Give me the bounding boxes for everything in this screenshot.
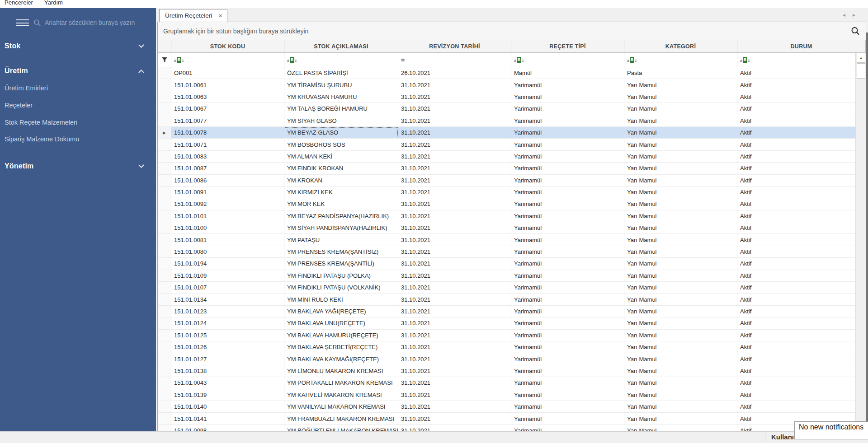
grid-cell[interactable]: 151.01.0092 <box>171 198 284 210</box>
menu-pencereler[interactable]: Pencereler <box>5 0 33 7</box>
grid-cell[interactable]: 31.10.2021 <box>398 139 511 150</box>
grid-cell[interactable]: 151.01.0127 <box>171 353 284 365</box>
table-row[interactable]: 151.01.0139YM KAHVELİ MAKARON KREMASI31.… <box>158 389 856 401</box>
grid-cell[interactable]: 31.10.2021 <box>398 341 511 353</box>
grid-cell[interactable]: Yarı Mamul <box>624 222 737 234</box>
grid-cell[interactable]: YM SİYAH PANDİSPANYA(HAZIRLIK) <box>284 222 398 234</box>
grid-cell[interactable]: 31.10.2021 <box>398 91 511 103</box>
grid-cell[interactable]: Yarı Mamul <box>624 353 737 365</box>
grid-cell[interactable]: Mamül <box>511 67 624 79</box>
grid-cell[interactable]: Yarı Mamul <box>624 151 737 163</box>
grid-cell[interactable]: Aktif <box>737 175 856 187</box>
grid-cell[interactable]: 31.10.2021 <box>398 377 511 389</box>
grid-search-icon[interactable] <box>850 26 860 36</box>
grid-cell[interactable]: Yarimamül <box>511 79 624 91</box>
grid-cell[interactable]: Yarimamül <box>511 353 624 365</box>
grid-cell[interactable]: 31.10.2021 <box>398 222 511 234</box>
table-row[interactable]: 151.01.0080YM PRENSES KREMA(ŞANTİSİZ)31.… <box>158 246 856 258</box>
grid-cell[interactable]: 31.10.2021 <box>398 317 511 329</box>
grid-cell[interactable]: 31.10.2021 <box>398 389 511 401</box>
grid-cell[interactable]: Aktif <box>737 139 856 150</box>
grid-cell[interactable]: 151.01.0091 <box>171 187 284 198</box>
table-row[interactable]: 151.01.0098YM BÖĞÜRTLENLİ MAKARON KREMAS… <box>158 425 856 431</box>
sidebar-search-input[interactable]: Anahtar sözcükleri buraya yazın <box>33 17 150 28</box>
grid-cell[interactable]: Yarı Mamul <box>624 377 737 389</box>
grid-cell[interactable]: 151.01.0124 <box>171 317 284 329</box>
sidebar-section-stok[interactable]: Stok <box>5 41 150 51</box>
grid-cell[interactable]: YM PATAŞU <box>284 234 398 246</box>
grid-cell[interactable]: 31.10.2021 <box>398 127 511 139</box>
grid-cell[interactable]: Yarı Mamul <box>624 187 737 198</box>
grid-cell[interactable]: Yarimamül <box>511 365 624 377</box>
filter-button-cell[interactable] <box>158 53 171 67</box>
grid-cell[interactable]: YM VANİLYALI MAKARON KREMASI <box>284 401 398 413</box>
grid-cell[interactable]: YM FRAMBUAZLI MAKARON KREMASI <box>284 413 398 424</box>
table-row[interactable]: 151.01.0124YM BAKLAVA UNU(REÇETE)31.10.2… <box>158 317 856 329</box>
table-row[interactable]: 151.01.0101YM BEYAZ PANDİSPANYA(HAZIRLIK… <box>158 210 856 222</box>
grid-cell[interactable]: Aktif <box>737 246 856 258</box>
tab-scroll-left-icon[interactable]: ◂ <box>843 12 845 18</box>
grid-cell[interactable]: 151.01.0080 <box>171 246 284 258</box>
grid-cell[interactable]: Yarı Mamul <box>624 103 737 115</box>
filter-cell[interactable]: aBc <box>511 53 624 67</box>
grid-cell[interactable]: 151.01.0087 <box>171 163 284 174</box>
grid-cell[interactable]: Aktif <box>737 306 856 317</box>
grid-cell[interactable]: Yarimamül <box>511 210 624 222</box>
grid-cell[interactable]: Yarimamül <box>511 317 624 329</box>
grid-cell[interactable]: 151.01.0134 <box>171 294 284 305</box>
grid-cell[interactable]: Yarı Mamul <box>624 198 737 210</box>
grid-cell[interactable]: 151.01.0138 <box>171 365 284 377</box>
grid-cell[interactable]: Yarimamül <box>511 258 624 270</box>
grid-cell[interactable]: 31.10.2021 <box>398 270 511 282</box>
table-row[interactable]: 151.01.0081YM PATAŞU31.10.2021YarimamülY… <box>158 234 856 246</box>
grid-cell[interactable]: Yarı Mamul <box>624 246 737 258</box>
table-row[interactable]: 151.01.0123YM BAKLAVA YAĞI(REÇETE)31.10.… <box>158 306 856 317</box>
grid-cell[interactable]: Yarimamül <box>511 294 624 305</box>
table-row[interactable]: 151.01.0091YM KIRMIZI KEK31.10.2021Yarim… <box>158 187 856 198</box>
filter-cell[interactable]: aBc <box>737 53 856 67</box>
grid-cell[interactable]: YM BAKLAVA YAĞI(REÇETE) <box>284 306 398 317</box>
grid-cell[interactable]: Yarı Mamul <box>624 294 737 305</box>
grid-cell[interactable]: YM TALAŞ BÖREĞİ HAMURU <box>284 103 398 115</box>
grid-cell[interactable]: YM BEYAZ GLASO <box>284 127 398 139</box>
grid-cell[interactable]: 31.10.2021 <box>398 246 511 258</box>
grid-cell[interactable]: Yarimamül <box>511 91 624 103</box>
grid-cell[interactable]: Aktif <box>737 127 856 139</box>
grid-cell[interactable]: Yarı Mamul <box>624 282 737 294</box>
grid-cell[interactable]: Aktif <box>737 222 856 234</box>
table-row[interactable]: 151.01.0063YM KRUVASAN HAMURU31.10.2021Y… <box>158 91 856 103</box>
grid-cell[interactable]: Pasta <box>624 67 737 79</box>
grid-cell[interactable]: Yarimamül <box>511 330 624 341</box>
table-row[interactable]: ▶151.01.0078YM BEYAZ GLASO31.10.2021Yari… <box>158 127 856 139</box>
grid-cell[interactable]: 31.10.2021 <box>398 198 511 210</box>
table-row[interactable]: 151.01.0043YM PORTAKALLI MAKARON KREMASI… <box>158 377 856 389</box>
grid-cell[interactable]: Aktif <box>737 317 856 329</box>
grid-cell[interactable]: YM BOSBOROS SOS <box>284 139 398 150</box>
grid-cell[interactable]: ÖZEL PASTA SİPARİŞİ <box>284 67 398 79</box>
grid-cell[interactable]: 31.10.2021 <box>398 294 511 305</box>
grid-cell[interactable]: 151.01.0140 <box>171 401 284 413</box>
grid-cell[interactable]: 151.01.0109 <box>171 270 284 282</box>
hamburger-menu-icon[interactable] <box>16 19 29 26</box>
grid-cell[interactable]: 31.10.2021 <box>398 353 511 365</box>
table-row[interactable]: 151.01.0127YM BAKLAVA KAYMAĞI(REÇETE)31.… <box>158 353 856 365</box>
sidebar-section-yonetim[interactable]: Yönetim <box>5 161 150 172</box>
column-header-stok-kodu[interactable]: STOK KODU <box>171 40 284 52</box>
grid-cell[interactable]: Aktif <box>737 210 856 222</box>
grid-cell[interactable]: 31.10.2021 <box>398 210 511 222</box>
table-row[interactable]: 151.01.0126YM BAKLAVA ŞERBETİ(REÇETE)31.… <box>158 341 856 353</box>
table-row[interactable]: 151.01.0083YM ALMAN KEKİ31.10.2021Yarima… <box>158 151 856 163</box>
grid-cell[interactable]: Yarı Mamul <box>624 79 737 91</box>
grid-cell[interactable]: YM BEYAZ PANDİSPANYA(HAZIRLIK) <box>284 210 398 222</box>
grid-cell[interactable]: Yarı Mamul <box>624 365 737 377</box>
grid-cell[interactable]: Aktif <box>737 91 856 103</box>
grid-cell[interactable]: 151.01.0061 <box>171 79 284 91</box>
grid-cell[interactable]: Aktif <box>737 353 856 365</box>
grid-cell[interactable]: Yarimamül <box>511 246 624 258</box>
grid-cell[interactable]: Yarı Mamul <box>624 139 737 150</box>
grid-cell[interactable]: YM BAKLAVA KAYMAĞI(REÇETE) <box>284 353 398 365</box>
grid-cell[interactable]: 31.10.2021 <box>398 103 511 115</box>
grid-cell[interactable]: 151.01.0071 <box>171 139 284 150</box>
grid-cell[interactable]: YM PRENSES KREMA(ŞANTİLİ) <box>284 258 398 270</box>
grid-cell[interactable]: 151.01.0078 <box>171 127 284 139</box>
